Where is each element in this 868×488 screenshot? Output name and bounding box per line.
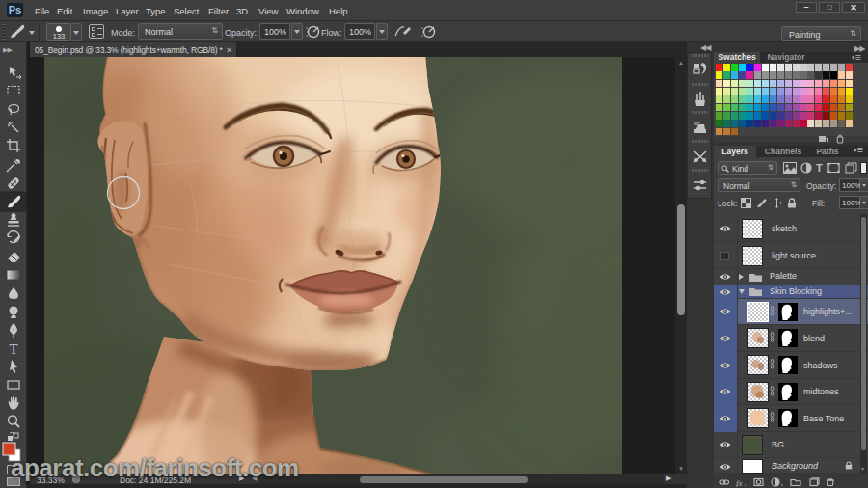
svg-text:fx: fx [736,478,743,488]
svg-text:T: T [9,341,17,357]
